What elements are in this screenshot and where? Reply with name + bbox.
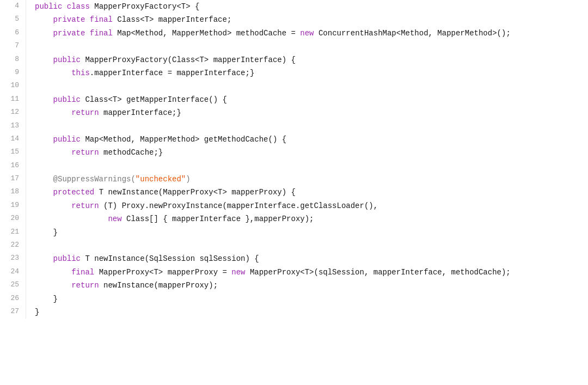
line-number: 5	[0, 13, 26, 26]
line-content: final MapperProxy<T> mapperProxy = new M…	[26, 266, 588, 279]
line-content: new Class[] { mapperInterface },mapperPr…	[26, 212, 588, 225]
line-content	[26, 40, 588, 53]
line-row: 20 new Class[] { mapperInterface },mappe…	[0, 212, 588, 225]
line-content	[26, 160, 588, 173]
line-row: 10	[0, 80, 588, 93]
line-number: 19	[0, 199, 26, 212]
line-row: 19 return (T) Proxy.newProxyInstance(map…	[0, 199, 588, 212]
line-content: public class MapperProxyFactory<T> {	[26, 0, 588, 13]
line-number: 16	[0, 160, 26, 173]
line-number: 6	[0, 27, 26, 40]
line-number: 26	[0, 292, 26, 305]
line-number: 21	[0, 226, 26, 239]
line-content	[26, 120, 588, 133]
line-number: 23	[0, 252, 26, 265]
line-row: 9 this.mapperInterface = mapperInterface…	[0, 66, 588, 80]
line-number: 20	[0, 212, 26, 225]
line-row: 7	[0, 40, 588, 53]
line-content: protected T newInstance(MapperProxy<T> m…	[26, 186, 588, 199]
line-number: 27	[0, 305, 26, 319]
line-row: 16	[0, 160, 588, 173]
line-content: public T newInstance(SqlSession sqlSessi…	[26, 252, 588, 265]
line-content: @SuppressWarnings("unchecked")	[26, 173, 588, 186]
line-row: 8 public MapperProxyFactory(Class<T> map…	[0, 53, 588, 66]
line-row: 21 }	[0, 226, 588, 239]
line-number: 14	[0, 133, 26, 146]
line-row: 15 return methodCache;}	[0, 146, 588, 159]
line-row: 18 protected T newInstance(MapperProxy<T…	[0, 186, 588, 199]
line-content: return methodCache;}	[26, 146, 588, 159]
line-content: private final Class<T> mapperInterface;	[26, 13, 588, 26]
line-number: 10	[0, 80, 26, 93]
line-number: 11	[0, 93, 26, 106]
line-number: 12	[0, 106, 26, 119]
line-row: 23 public T newInstance(SqlSession sqlSe…	[0, 252, 588, 265]
line-content: return (T) Proxy.newProxyInstance(mapper…	[26, 199, 588, 212]
line-row: 4public class MapperProxyFactory<T> {	[0, 0, 588, 13]
code-editor: 4public class MapperProxyFactory<T> {5 p…	[0, 0, 588, 385]
line-number: 18	[0, 186, 26, 199]
line-content: public Class<T> getMapperInterface() {	[26, 93, 588, 106]
line-content	[26, 80, 588, 93]
line-content: }	[26, 226, 588, 239]
line-row: 6 private final Map<Method, MapperMethod…	[0, 27, 588, 40]
line-number: 15	[0, 146, 26, 159]
line-content	[26, 239, 588, 252]
line-number: 9	[0, 66, 26, 80]
line-number: 13	[0, 120, 26, 133]
line-content: public MapperProxyFactory(Class<T> mappe…	[26, 53, 588, 66]
line-number: 4	[0, 0, 26, 13]
code-lines: 4public class MapperProxyFactory<T> {5 p…	[0, 0, 588, 319]
line-row: 14 public Map<Method, MapperMethod> getM…	[0, 133, 588, 146]
line-number: 24	[0, 266, 26, 279]
line-content: return mapperInterface;}	[26, 106, 588, 119]
line-content: return newInstance(mapperProxy);	[26, 279, 588, 292]
line-row: 11 public Class<T> getMapperInterface() …	[0, 93, 588, 106]
line-number: 25	[0, 279, 26, 292]
line-content: public Map<Method, MapperMethod> getMeth…	[26, 133, 588, 146]
line-number: 22	[0, 239, 26, 252]
line-row: 26 }	[0, 292, 588, 305]
line-number: 8	[0, 53, 26, 66]
line-content: private final Map<Method, MapperMethod> …	[26, 27, 588, 40]
line-number: 17	[0, 173, 26, 186]
line-number: 7	[0, 40, 26, 53]
line-content: this.mapperInterface = mapperInterface;}	[26, 66, 588, 80]
line-row: 22	[0, 239, 588, 252]
line-row: 25 return newInstance(mapperProxy);	[0, 279, 588, 292]
line-content: }	[26, 305, 588, 319]
line-row: 27}	[0, 305, 588, 319]
line-row: 5 private final Class<T> mapperInterface…	[0, 13, 588, 26]
line-row: 17 @SuppressWarnings("unchecked")	[0, 173, 588, 186]
line-row: 24 final MapperProxy<T> mapperProxy = ne…	[0, 266, 588, 279]
line-content: }	[26, 292, 588, 305]
line-row: 12 return mapperInterface;}	[0, 106, 588, 119]
line-row: 13	[0, 120, 588, 133]
